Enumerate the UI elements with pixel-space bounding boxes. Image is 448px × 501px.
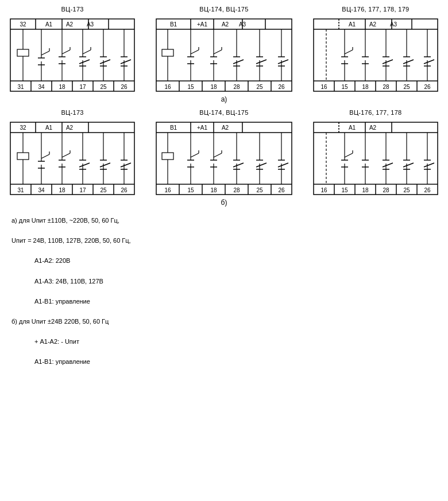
svg-rect-224 <box>162 153 173 160</box>
diagram-a3: А1 А2 А3 16 15 18 28 25 26 <box>309 18 442 92</box>
caption-a: а) <box>6 95 442 103</box>
svg-text:25: 25 <box>256 84 263 90</box>
note-line-4: А1-В1: управление <box>11 297 442 307</box>
note-line-0: а) для Uпит ±110В, ~220В, 50, 60 Гц, <box>11 216 442 226</box>
svg-text:А2: А2 <box>222 125 229 131</box>
diagram-b1: 32 А1 А2 31 34 18 17 25 26 <box>6 121 139 196</box>
diagram-b3: А1 А2 16 15 18 28 25 26 <box>309 121 442 196</box>
svg-text:28: 28 <box>383 187 389 193</box>
svg-text:16: 16 <box>320 187 327 193</box>
svg-text:А1: А1 <box>349 21 356 28</box>
note-line-1: Uпит = 24В, 110В, 127В, 220В, 50, 60 Гц, <box>11 236 442 246</box>
svg-rect-174 <box>17 153 29 160</box>
svg-text:34: 34 <box>38 84 45 90</box>
svg-text:А3: А3 <box>87 21 94 28</box>
svg-text:25: 25 <box>256 187 263 193</box>
label-b1: ВЦ-173 <box>6 109 139 116</box>
svg-text:26: 26 <box>278 187 285 193</box>
svg-text:18: 18 <box>362 84 369 90</box>
label-b2: ВЦ-174, ВЦ-175 <box>150 109 297 116</box>
diagram-b2: В1 +А1 А2 16 15 18 28 25 26 <box>150 121 297 196</box>
main-container: ВЦ-173 ВЦ-174, ВЦ-175 ВЦ-176, 177, 178, … <box>6 6 442 367</box>
svg-text:В1: В1 <box>170 125 177 131</box>
svg-text:25: 25 <box>101 84 107 90</box>
svg-rect-253 <box>314 122 438 195</box>
svg-text:А3: А3 <box>390 21 397 28</box>
svg-text:А1: А1 <box>349 125 356 131</box>
svg-text:А2: А2 <box>66 21 74 28</box>
note-line-6: + А1-А2: - Uпит <box>11 337 442 347</box>
notes-section: а) для Uпит ±110В, ~220В, 50, 60 Гц, Uпи… <box>6 216 442 367</box>
section-b-labels: ВЦ-173 ВЦ-174, ВЦ-175 ВЦ-176, 177, 178 <box>6 109 442 118</box>
svg-text:17: 17 <box>80 84 87 90</box>
svg-text:16: 16 <box>164 84 171 90</box>
label-a2: ВЦ-174, ВЦ-175 <box>150 6 297 13</box>
svg-text:18: 18 <box>210 187 217 193</box>
label-a1: ВЦ-173 <box>6 6 139 13</box>
svg-rect-54 <box>156 19 292 91</box>
svg-text:+А1: +А1 <box>197 125 208 131</box>
svg-text:А2: А2 <box>369 125 377 131</box>
svg-text:31: 31 <box>18 84 25 90</box>
svg-text:28: 28 <box>233 84 240 90</box>
svg-text:15: 15 <box>341 187 348 193</box>
svg-text:34: 34 <box>38 187 45 193</box>
svg-text:28: 28 <box>383 84 389 90</box>
svg-text:32: 32 <box>20 125 27 131</box>
svg-text:32: 32 <box>20 21 27 28</box>
label-a3: ВЦ-176, 177, 178, 179 <box>309 6 442 13</box>
svg-text:26: 26 <box>278 84 285 90</box>
label-b3: ВЦ-176, 177, 178 <box>309 109 442 116</box>
svg-rect-23 <box>17 49 29 56</box>
svg-text:А2: А2 <box>222 21 229 28</box>
svg-text:26: 26 <box>424 84 431 90</box>
svg-text:18: 18 <box>59 84 66 90</box>
svg-text:25: 25 <box>403 84 410 90</box>
svg-text:А1: А1 <box>45 21 53 28</box>
svg-text:15: 15 <box>341 84 348 90</box>
svg-text:17: 17 <box>80 187 87 193</box>
svg-text:25: 25 <box>101 187 107 193</box>
diagram-a2: В1 +А1 А2 А3 16 15 18 28 25 26 <box>150 18 297 92</box>
note-line-3: А1-А3: 24В, 110В, 127В <box>11 277 442 287</box>
svg-text:В1: В1 <box>170 21 177 28</box>
svg-text:26: 26 <box>121 187 128 193</box>
svg-text:18: 18 <box>59 187 66 193</box>
svg-text:15: 15 <box>187 84 194 90</box>
svg-text:15: 15 <box>187 187 194 193</box>
caption-b: б) <box>6 199 442 207</box>
svg-text:А3: А3 <box>239 21 246 28</box>
note-line-5: б) для Uпит ±24В 220В, 50, 60 Гц <box>11 317 442 327</box>
svg-text:18: 18 <box>210 84 217 90</box>
svg-text:25: 25 <box>403 187 410 193</box>
svg-text:А2: А2 <box>369 21 377 28</box>
svg-text:А1: А1 <box>45 125 53 131</box>
svg-text:16: 16 <box>164 187 171 193</box>
svg-rect-203 <box>156 122 292 195</box>
svg-text:28: 28 <box>233 187 240 193</box>
svg-text:+А1: +А1 <box>197 21 208 28</box>
svg-rect-106 <box>314 19 438 91</box>
svg-text:31: 31 <box>18 187 25 193</box>
section-b-diagrams: 32 А1 А2 31 34 18 17 25 26 <box>6 121 442 196</box>
svg-rect-77 <box>162 49 173 56</box>
diagram-a1: 32 А1 А2 А3 31 34 18 17 25 26 <box>6 18 139 92</box>
section-a-diagrams: 32 А1 А2 А3 31 34 18 17 25 26 <box>6 18 442 92</box>
svg-text:18: 18 <box>362 187 369 193</box>
svg-text:26: 26 <box>121 84 128 90</box>
svg-text:16: 16 <box>320 84 327 90</box>
svg-text:26: 26 <box>424 187 431 193</box>
note-line-2: А1-А2: 220В <box>11 256 442 266</box>
note-line-7: А1-В1: управление <box>11 357 442 367</box>
svg-text:А2: А2 <box>66 125 74 131</box>
section-a-labels: ВЦ-173 ВЦ-174, ВЦ-175 ВЦ-176, 177, 178, … <box>6 6 442 15</box>
